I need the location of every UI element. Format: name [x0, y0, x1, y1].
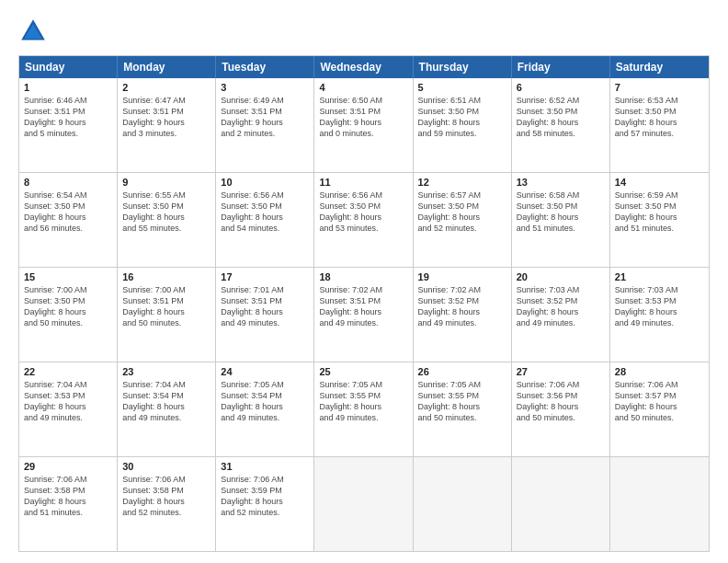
day-info: Sunrise: 7:06 AM Sunset: 3:57 PM Dayligh…: [615, 379, 704, 424]
header-day-friday: Friday: [512, 56, 610, 78]
header-day-thursday: Thursday: [414, 56, 512, 78]
day-info: Sunrise: 7:02 AM Sunset: 3:51 PM Dayligh…: [319, 284, 407, 329]
calendar-cell-day-1: 1Sunrise: 6:46 AM Sunset: 3:51 PM Daylig…: [19, 78, 118, 172]
calendar-cell-day-20: 20Sunrise: 7:03 AM Sunset: 3:52 PM Dayli…: [512, 268, 610, 362]
day-info: Sunrise: 7:03 AM Sunset: 3:52 PM Dayligh…: [517, 284, 605, 329]
day-info: Sunrise: 7:06 AM Sunset: 3:58 PM Dayligh…: [24, 474, 112, 519]
day-info: Sunrise: 6:53 AM Sunset: 3:50 PM Dayligh…: [615, 95, 704, 140]
day-info: Sunrise: 6:50 AM Sunset: 3:51 PM Dayligh…: [319, 95, 407, 140]
calendar-cell-day-12: 12Sunrise: 6:57 AM Sunset: 3:50 PM Dayli…: [414, 173, 512, 267]
calendar-header: SundayMondayTuesdayWednesdayThursdayFrid…: [19, 56, 709, 78]
calendar-cell-day-14: 14Sunrise: 6:59 AM Sunset: 3:50 PM Dayli…: [610, 173, 709, 267]
calendar-cell-day-22: 22Sunrise: 7:04 AM Sunset: 3:53 PM Dayli…: [19, 362, 118, 456]
day-number: 2: [122, 82, 210, 93]
calendar-cell-day-3: 3Sunrise: 6:49 AM Sunset: 3:51 PM Daylig…: [216, 78, 314, 172]
header-day-wednesday: Wednesday: [314, 56, 413, 78]
calendar-cell-day-6: 6Sunrise: 6:52 AM Sunset: 3:50 PM Daylig…: [512, 78, 610, 172]
day-number: 14: [615, 177, 704, 188]
day-number: 23: [122, 366, 210, 377]
logo-icon: [18, 17, 48, 46]
calendar-cell-day-19: 19Sunrise: 7:02 AM Sunset: 3:52 PM Dayli…: [414, 268, 512, 362]
day-number: 12: [418, 177, 506, 188]
calendar-row-2: 8Sunrise: 6:54 AM Sunset: 3:50 PM Daylig…: [19, 172, 709, 267]
calendar-cell-day-15: 15Sunrise: 7:00 AM Sunset: 3:50 PM Dayli…: [19, 268, 118, 362]
calendar-cell-day-17: 17Sunrise: 7:01 AM Sunset: 3:51 PM Dayli…: [216, 268, 314, 362]
day-number: 8: [24, 177, 112, 188]
day-number: 28: [615, 366, 704, 377]
day-number: 15: [24, 271, 112, 282]
day-info: Sunrise: 7:06 AM Sunset: 3:59 PM Dayligh…: [221, 474, 309, 519]
day-number: 24: [221, 366, 309, 377]
day-number: 27: [517, 366, 605, 377]
day-info: Sunrise: 7:06 AM Sunset: 3:58 PM Dayligh…: [122, 474, 210, 519]
day-info: Sunrise: 6:54 AM Sunset: 3:50 PM Dayligh…: [24, 190, 112, 235]
calendar-cell-day-13: 13Sunrise: 6:58 AM Sunset: 3:50 PM Dayli…: [512, 173, 610, 267]
calendar-row-4: 22Sunrise: 7:04 AM Sunset: 3:53 PM Dayli…: [19, 362, 709, 456]
day-number: 18: [319, 271, 407, 282]
header-day-saturday: Saturday: [610, 56, 709, 78]
day-number: 3: [221, 82, 309, 93]
day-number: 1: [24, 82, 112, 93]
day-number: 10: [221, 177, 309, 188]
calendar-cell-day-27: 27Sunrise: 7:06 AM Sunset: 3:56 PM Dayli…: [512, 362, 610, 456]
day-number: 13: [517, 177, 605, 188]
day-info: Sunrise: 7:04 AM Sunset: 3:54 PM Dayligh…: [122, 379, 210, 424]
calendar-cell-day-18: 18Sunrise: 7:02 AM Sunset: 3:51 PM Dayli…: [314, 268, 413, 362]
calendar-cell-day-16: 16Sunrise: 7:00 AM Sunset: 3:51 PM Dayli…: [118, 268, 216, 362]
day-info: Sunrise: 6:59 AM Sunset: 3:50 PM Dayligh…: [615, 190, 704, 235]
day-number: 20: [517, 271, 605, 282]
header: [18, 17, 710, 46]
day-number: 11: [319, 177, 407, 188]
day-info: Sunrise: 6:51 AM Sunset: 3:50 PM Dayligh…: [418, 95, 506, 140]
day-info: Sunrise: 6:49 AM Sunset: 3:51 PM Dayligh…: [221, 95, 309, 140]
day-number: 26: [418, 366, 506, 377]
day-info: Sunrise: 7:01 AM Sunset: 3:51 PM Dayligh…: [221, 284, 309, 329]
day-number: 6: [517, 82, 605, 93]
day-info: Sunrise: 7:04 AM Sunset: 3:53 PM Dayligh…: [24, 379, 112, 424]
calendar-cell-day-26: 26Sunrise: 7:05 AM Sunset: 3:55 PM Dayli…: [414, 362, 512, 456]
day-number: 29: [24, 461, 112, 472]
day-info: Sunrise: 7:05 AM Sunset: 3:55 PM Dayligh…: [418, 379, 506, 424]
day-info: Sunrise: 6:56 AM Sunset: 3:50 PM Dayligh…: [221, 190, 309, 235]
header-day-sunday: Sunday: [19, 56, 118, 78]
calendar-cell-empty: [610, 457, 709, 551]
calendar-row-1: 1Sunrise: 6:46 AM Sunset: 3:51 PM Daylig…: [19, 78, 709, 172]
header-day-tuesday: Tuesday: [216, 56, 314, 78]
logo: [18, 17, 53, 46]
calendar-cell-day-2: 2Sunrise: 6:47 AM Sunset: 3:51 PM Daylig…: [118, 78, 216, 172]
day-info: Sunrise: 7:06 AM Sunset: 3:56 PM Dayligh…: [517, 379, 605, 424]
calendar: SundayMondayTuesdayWednesdayThursdayFrid…: [18, 55, 710, 552]
calendar-cell-day-23: 23Sunrise: 7:04 AM Sunset: 3:54 PM Dayli…: [118, 362, 216, 456]
day-info: Sunrise: 7:05 AM Sunset: 3:54 PM Dayligh…: [221, 379, 309, 424]
day-info: Sunrise: 6:58 AM Sunset: 3:50 PM Dayligh…: [517, 190, 605, 235]
day-info: Sunrise: 6:52 AM Sunset: 3:50 PM Dayligh…: [517, 95, 605, 140]
day-info: Sunrise: 7:02 AM Sunset: 3:52 PM Dayligh…: [418, 284, 506, 329]
day-info: Sunrise: 6:47 AM Sunset: 3:51 PM Dayligh…: [122, 95, 210, 140]
page: SundayMondayTuesdayWednesdayThursdayFrid…: [0, 0, 728, 563]
day-number: 30: [122, 461, 210, 472]
day-info: Sunrise: 7:05 AM Sunset: 3:55 PM Dayligh…: [319, 379, 407, 424]
day-number: 25: [319, 366, 407, 377]
calendar-body: 1Sunrise: 6:46 AM Sunset: 3:51 PM Daylig…: [19, 78, 709, 551]
calendar-cell-day-8: 8Sunrise: 6:54 AM Sunset: 3:50 PM Daylig…: [19, 173, 118, 267]
calendar-cell-day-21: 21Sunrise: 7:03 AM Sunset: 3:53 PM Dayli…: [610, 268, 709, 362]
calendar-cell-day-4: 4Sunrise: 6:50 AM Sunset: 3:51 PM Daylig…: [314, 78, 413, 172]
day-number: 22: [24, 366, 112, 377]
calendar-cell-day-31: 31Sunrise: 7:06 AM Sunset: 3:59 PM Dayli…: [216, 457, 314, 551]
header-day-monday: Monday: [118, 56, 216, 78]
day-number: 16: [122, 271, 210, 282]
calendar-cell-day-7: 7Sunrise: 6:53 AM Sunset: 3:50 PM Daylig…: [610, 78, 709, 172]
day-info: Sunrise: 6:55 AM Sunset: 3:50 PM Dayligh…: [122, 190, 210, 235]
calendar-cell-day-24: 24Sunrise: 7:05 AM Sunset: 3:54 PM Dayli…: [216, 362, 314, 456]
calendar-row-5: 29Sunrise: 7:06 AM Sunset: 3:58 PM Dayli…: [19, 456, 709, 551]
calendar-row-3: 15Sunrise: 7:00 AM Sunset: 3:50 PM Dayli…: [19, 267, 709, 362]
calendar-cell-empty: [512, 457, 610, 551]
day-number: 7: [615, 82, 704, 93]
calendar-cell-day-28: 28Sunrise: 7:06 AM Sunset: 3:57 PM Dayli…: [610, 362, 709, 456]
day-info: Sunrise: 7:00 AM Sunset: 3:50 PM Dayligh…: [24, 284, 112, 329]
calendar-cell-empty: [414, 457, 512, 551]
day-number: 31: [221, 461, 309, 472]
calendar-cell-day-29: 29Sunrise: 7:06 AM Sunset: 3:58 PM Dayli…: [19, 457, 118, 551]
day-info: Sunrise: 6:46 AM Sunset: 3:51 PM Dayligh…: [24, 95, 112, 140]
day-info: Sunrise: 6:57 AM Sunset: 3:50 PM Dayligh…: [418, 190, 506, 235]
